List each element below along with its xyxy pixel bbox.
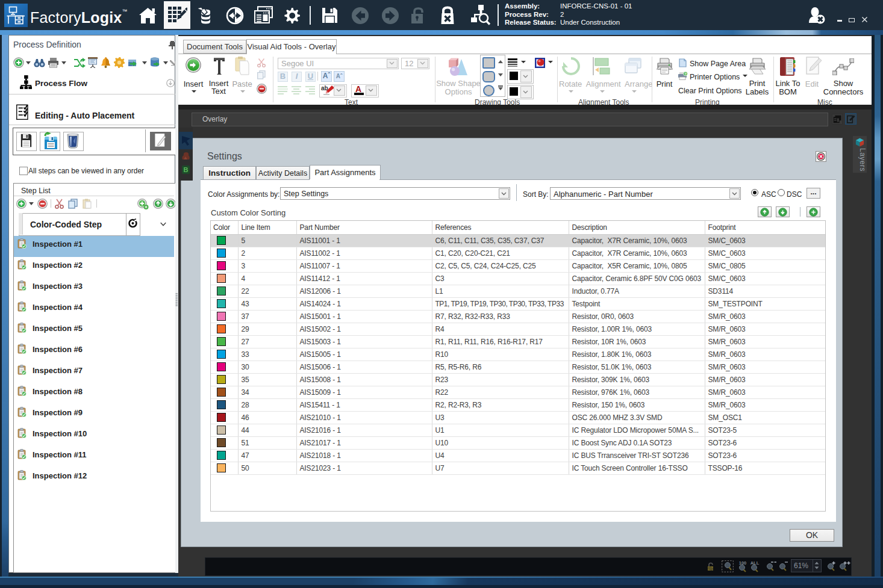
svg-text:?: ?: [684, 72, 687, 76]
svg-text:B: B: [184, 166, 189, 173]
